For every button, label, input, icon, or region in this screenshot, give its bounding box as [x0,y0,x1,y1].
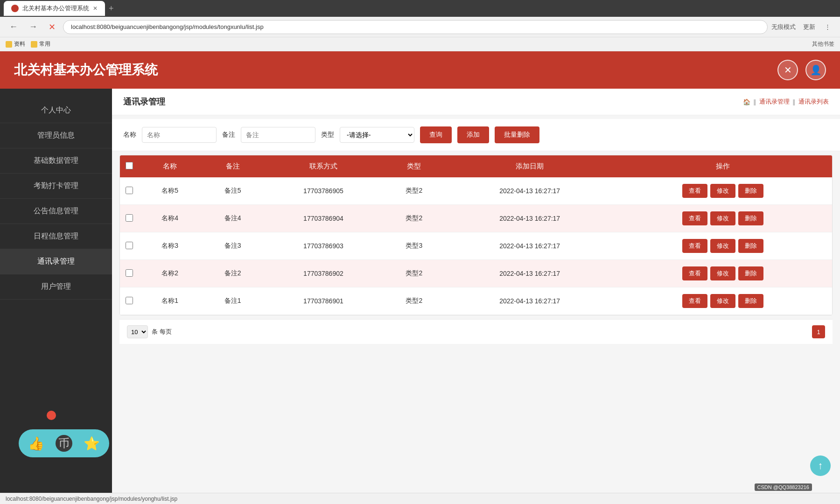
row-note-2: 备注2 [201,260,264,287]
sidebar-item-contacts[interactable]: 通讯录管理 [0,249,112,274]
bookmark-common-icon [31,41,37,48]
select-all-checkbox[interactable] [126,162,133,169]
row-type-1: 类型2 [383,287,445,315]
data-table: 名称 备注 联系方式 类型 添加日期 操作 名称5 备注5 [120,155,832,315]
search-type-label: 类型 [321,131,334,139]
bookmark-resources-icon [6,41,12,48]
table-row: 名称2 备注2 17703786902 类型2 2022-04-13 16:27… [120,260,832,287]
add-btn[interactable]: 添加 [457,126,489,143]
row-checkbox-1[interactable] [120,287,139,315]
sidebar-item-admin-info[interactable]: 管理员信息 [0,123,112,148]
delete-btn-3[interactable]: 删除 [738,239,763,253]
col-header-contact: 联系方式 [264,155,383,177]
row-contact-2: 17703786902 [264,260,383,287]
delete-btn-1[interactable]: 删除 [738,294,763,308]
more-menu-btn[interactable]: ⋮ [821,21,834,32]
address-bar[interactable] [63,20,768,34]
delete-btn-5[interactable]: 删除 [738,184,763,198]
row-name-1: 名称1 [139,287,201,315]
batch-delete-btn[interactable]: 批量删除 [495,126,539,143]
scroll-top-btn[interactable]: ↑ [810,455,831,476]
status-url: localhost:8080/beiguancuenjibenbangong/j… [6,496,177,502]
app-title: 北关村基本办公管理系统 [14,61,158,79]
col-header-date: 添加日期 [446,155,614,177]
sidebar-item-schedule[interactable]: 日程信息管理 [0,224,112,249]
per-page-label: 条 每页 [152,328,172,336]
query-btn[interactable]: 查询 [420,126,452,143]
table-row: 名称4 备注4 17703786904 类型2 2022-04-13 16:27… [120,205,832,232]
row-actions-1: 查看 修改 删除 [614,287,832,315]
sidebar-item-announcement[interactable]: 公告信息管理 [0,199,112,224]
sidebar-item-personal-center[interactable]: 个人中心 [0,98,112,123]
edit-btn-1[interactable]: 修改 [710,294,735,308]
header-icons: ✕ 👤 [777,60,826,80]
row-checkbox-5[interactable] [120,177,139,205]
search-name-input[interactable] [142,127,217,143]
row-type-4: 类型2 [383,205,445,232]
app-body: 个人中心 管理员信息 基础数据管理 考勤打卡管理 公告信息管理 日程信息管理 通… [0,89,840,504]
search-name-label: 名称 [123,131,136,139]
view-btn-4[interactable]: 查看 [682,211,707,225]
sidebar-item-base-data[interactable]: 基础数据管理 [0,148,112,174]
scroll-top-icon: ↑ [818,460,823,472]
browser-controls: ← → ✕ 无痕模式 更新 ⋮ [0,17,840,37]
thumbs-up-btn[interactable]: 👍 [28,436,44,451]
header-user-btn[interactable]: 👤 [805,60,826,80]
edit-btn-5[interactable]: 修改 [710,184,735,198]
table-header-checkbox[interactable] [120,155,139,177]
col-header-type: 类型 [383,155,445,177]
tab-close-btn[interactable]: ✕ [93,5,98,12]
row-checkbox-2[interactable] [120,260,139,287]
view-btn-1[interactable]: 查看 [682,294,707,308]
star-btn[interactable]: ⭐ [84,436,100,451]
sidebar-item-schedule-label: 日程信息管理 [34,232,78,240]
tab-favicon [11,5,19,12]
tab-title: 北关村基本办公管理系统 [22,4,89,13]
row-checkbox-4[interactable] [120,205,139,232]
edit-btn-4[interactable]: 修改 [710,211,735,225]
search-type-select[interactable]: -请选择- 类型1 类型2 类型3 [340,127,414,143]
app-wrapper: 北关村基本办公管理系统 ✕ 👤 个人中心 管理员信息 基础数据管理 考勤打卡管理 [0,51,840,504]
row-checkbox-3[interactable] [120,232,139,260]
view-btn-5[interactable]: 查看 [682,184,707,198]
page-title: 通讯录管理 [123,96,165,107]
new-tab-btn[interactable]: + [109,4,114,14]
browser-tab[interactable]: 北关村基本办公管理系统 ✕ [4,1,105,16]
view-btn-3[interactable]: 查看 [682,239,707,253]
view-btn-2[interactable]: 查看 [682,266,707,280]
row-contact-1: 17703786901 [264,287,383,315]
bookmark-others-label[interactable]: 其他书签 [812,40,834,48]
row-type-3: 类型3 [383,232,445,260]
edit-btn-2[interactable]: 修改 [710,266,735,280]
col-header-action: 操作 [614,155,832,177]
cursor-dot [47,411,56,420]
sidebar-item-attendance[interactable]: 考勤打卡管理 [0,174,112,199]
search-bar: 名称 备注 类型 -请选择- 类型1 类型2 类型3 查询 添加 批量删除 [112,119,840,151]
row-contact-5: 17703786905 [264,177,383,205]
nav-forward-btn[interactable]: → [25,20,41,34]
breadcrumb-home-icon[interactable]: 🏠 [743,98,750,105]
header-close-btn[interactable]: ✕ [777,60,798,80]
sidebar-item-contacts-label: 通讯录管理 [37,257,75,265]
delete-btn-2[interactable]: 删除 [738,266,763,280]
delete-btn-4[interactable]: 删除 [738,211,763,225]
sidebar-item-attendance-label: 考勤打卡管理 [34,182,78,189]
sidebar-item-admin-info-label: 管理员信息 [37,131,75,139]
row-note-5: 备注5 [201,177,264,205]
breadcrumb-link-list[interactable]: 通讯录列表 [798,98,829,106]
search-note-input[interactable] [241,127,315,143]
share-btn[interactable]: 币 [56,435,72,452]
bookmark-resources[interactable]: 资料 [6,40,25,48]
row-actions-2: 查看 修改 删除 [614,260,832,287]
per-page-select[interactable]: 10 20 50 [127,325,148,338]
breadcrumb-link-contacts[interactable]: 通讯录管理 [759,98,790,106]
browser-menu-btns: 无痕模式 更新 ⋮ [771,21,834,33]
sidebar-item-user-mgmt[interactable]: 用户管理 [0,274,112,300]
row-name-3: 名称3 [139,232,201,260]
bookmark-common[interactable]: 常用 [31,40,50,48]
edit-btn-3[interactable]: 修改 [710,239,735,253]
page-num-1[interactable]: 1 [812,325,825,338]
nav-back-btn[interactable]: ← [6,20,21,34]
nav-reload-btn[interactable]: ✕ [45,20,59,34]
update-btn[interactable]: 更新 [799,21,819,33]
